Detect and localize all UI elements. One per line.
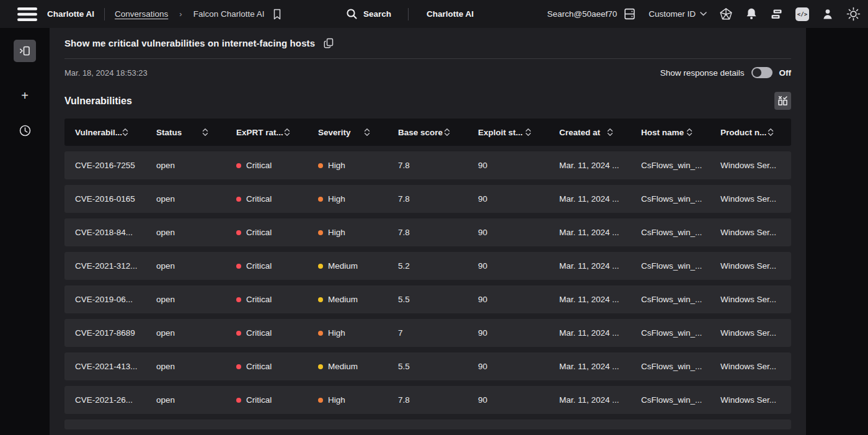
cell-severity: High [308, 228, 388, 237]
cell-vulnerability[interactable]: CVE-2016-7255 [64, 161, 146, 170]
cell-status: open [146, 362, 226, 371]
toggle-state-label: Off [779, 68, 792, 78]
column-settings-button[interactable] [774, 92, 791, 110]
column-label: Exploit st... [478, 128, 523, 137]
cell-vulnerability[interactable]: CVE-2021-413... [64, 362, 146, 371]
sort-icon[interactable] [364, 127, 370, 137]
table-row[interactable]: CVE-2021-26... open Critical High 7.8 90… [64, 386, 791, 414]
exprt-rating-dot [236, 264, 241, 269]
exprt-rating-dot [236, 331, 241, 336]
panel-toggle-button[interactable] [14, 40, 36, 62]
column-header-created-at[interactable]: Created at [549, 119, 631, 146]
severity-dot [318, 297, 323, 302]
cell-exprt-rating: Critical [226, 161, 308, 170]
plus-icon: + [21, 89, 29, 102]
customer-id-dropdown[interactable]: Customer ID [649, 9, 707, 19]
table-row[interactable]: CVE-2019-06... open Critical Medium 5.5 … [64, 285, 791, 313]
table-row[interactable]: CVE-2017-8689 open Critical High 7 90 Ma… [64, 319, 791, 347]
exprt-rating-dot [236, 398, 241, 403]
sort-icon[interactable] [525, 127, 531, 137]
server-icon[interactable] [623, 7, 636, 20]
search-icon[interactable] [346, 8, 358, 20]
table-row[interactable]: CVE-2016-7255 open Critical High 7.8 90 … [64, 151, 791, 179]
response-details-toggle[interactable] [751, 67, 773, 78]
sort-icon[interactable] [122, 127, 128, 137]
cell-vulnerability[interactable]: CVE-2021-26... [64, 395, 146, 405]
new-conversation-button[interactable]: + [15, 86, 35, 105]
column-header-exploit-status[interactable]: Exploit st... [467, 119, 549, 146]
cell-status: open [146, 161, 226, 170]
response-details-label: Show response details [660, 68, 745, 78]
chevron-down-icon [700, 12, 707, 16]
cell-host-name: CsFlows_win_... [631, 362, 710, 371]
message-timestamp: Mar. 18, 2024 18:53:23 [64, 68, 148, 78]
cell-vulnerability[interactable]: CVE-2016-0165 [64, 194, 146, 204]
table-row[interactable]: CVE-2016-0165 open Critical High 7.8 90 … [64, 185, 791, 213]
table-row[interactable]: CVE-2021-312... open Critical Medium 5.2… [64, 252, 791, 280]
left-sidebar: + [0, 28, 50, 435]
user-icon[interactable] [822, 8, 834, 20]
cell-status: open [146, 194, 226, 204]
column-header-base-score[interactable]: Base score [388, 119, 467, 146]
cell-product-name: Windows Ser... [710, 261, 791, 271]
sort-icon[interactable] [686, 127, 693, 137]
exprt-rating-dot [236, 297, 241, 302]
code-icon[interactable]: </> [795, 7, 809, 21]
history-button[interactable] [15, 120, 35, 140]
table-row[interactable]: CVE-2018-84... open Critical High 7.8 90… [64, 218, 791, 246]
bell-icon[interactable] [745, 7, 758, 20]
copy-icon[interactable] [323, 37, 334, 49]
table-row[interactable]: CVE-2021-413... open Critical Medium 5.5… [64, 352, 791, 380]
search-label[interactable]: Search [363, 9, 391, 19]
cell-product-name: Windows Ser... [710, 194, 791, 204]
cell-base-score: 7.8 [388, 228, 467, 237]
column-header-exprt-rating[interactable]: ExPRT rat... [226, 119, 308, 146]
sort-icon[interactable] [607, 127, 613, 137]
cell-status: open [146, 228, 226, 237]
column-header-host-name[interactable]: Host name [631, 119, 710, 146]
sort-icon[interactable] [444, 127, 450, 137]
column-header-vulnerability[interactable]: Vulnerabil... [64, 119, 146, 146]
cell-host-name: CsFlows_win_... [631, 328, 710, 338]
severity-dot [318, 364, 323, 369]
hamburger-menu-icon[interactable] [17, 7, 37, 22]
page-title: Charlotte AI [427, 9, 474, 19]
cell-exploit-status: 90 [467, 395, 549, 405]
column-header-status[interactable]: Status [146, 119, 226, 146]
cell-product-name: Windows Ser... [710, 395, 791, 405]
cell-host-name: CsFlows_win_... [631, 295, 710, 304]
exprt-rating-dot [236, 163, 241, 168]
chat-icon[interactable] [770, 8, 783, 20]
severity-dot [318, 197, 323, 202]
sun-theme-icon[interactable] [846, 7, 861, 21]
cell-status: open [146, 261, 226, 271]
sort-icon[interactable] [768, 127, 774, 137]
sort-icon[interactable] [202, 127, 208, 137]
top-navigation-bar: Charlotte AI Conversations › Falcon Char… [0, 0, 868, 28]
cell-created-at: Mar. 11, 2024 ... [549, 261, 631, 271]
cell-created-at: Mar. 11, 2024 ... [549, 328, 631, 338]
severity-dot [318, 163, 323, 168]
breadcrumb-conversations-link[interactable]: Conversations [115, 9, 168, 19]
cell-vulnerability[interactable]: CVE-2017-8689 [64, 328, 146, 338]
column-header-product-name[interactable]: Product n... [710, 119, 791, 146]
severity-dot [318, 230, 323, 235]
divider [408, 8, 409, 20]
cell-created-at: Mar. 11, 2024 ... [549, 194, 631, 204]
column-label: ExPRT rat... [236, 128, 283, 137]
cell-vulnerability[interactable]: CVE-2021-312... [64, 261, 146, 271]
cell-host-name: CsFlows_win_... [631, 261, 710, 271]
pentagon-badge-icon[interactable] [719, 7, 733, 21]
cell-exprt-rating: Critical [226, 194, 308, 204]
cell-vulnerability[interactable]: CVE-2019-06... [64, 295, 146, 304]
sort-icon[interactable] [284, 127, 290, 137]
table-row-partial[interactable] [64, 419, 791, 429]
bookmark-icon[interactable] [272, 8, 283, 20]
breadcrumb-current: Falcon Charlotte AI [193, 9, 265, 19]
cell-vulnerability[interactable]: CVE-2018-84... [64, 228, 146, 237]
cell-created-at: Mar. 11, 2024 ... [549, 295, 631, 304]
cell-exploit-status: 90 [467, 194, 549, 204]
divider [104, 8, 105, 20]
column-header-severity[interactable]: Severity [308, 119, 388, 146]
cell-severity: Medium [308, 362, 388, 371]
